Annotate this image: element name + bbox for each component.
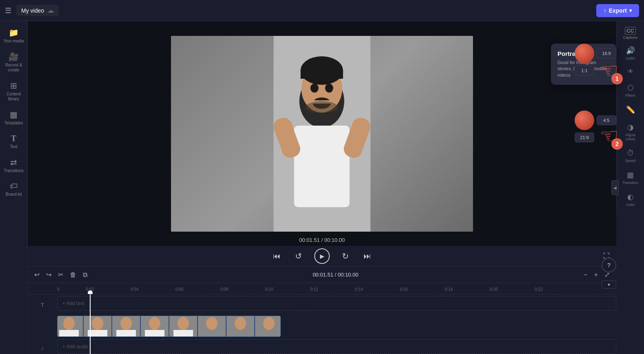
skip-to-end-button[interactable]: ⏭	[361, 250, 373, 263]
audio-track-row: ♪ + Add audio	[28, 339, 616, 354]
svg-point-12	[311, 84, 319, 93]
filters-label: Filters	[625, 93, 635, 98]
text-track-row: T + Add text	[28, 296, 616, 313]
help-area: ?	[602, 258, 616, 272]
video-clip-1[interactable]	[57, 316, 281, 337]
svg-point-14	[306, 101, 338, 113]
captions-label: Captions	[623, 35, 638, 40]
sidebar-label-your-media: Your media	[3, 39, 24, 44]
timeline-toolbar: ↩ ↪ ✂ 🗑 ⧉ 00:01.51 / 00:10.00 − + ⤢	[28, 267, 616, 283]
export-upload-icon: ↑	[604, 7, 606, 14]
svg-rect-17	[59, 330, 79, 336]
svg-point-31	[206, 317, 218, 330]
video-track-row	[28, 315, 616, 338]
sidebar-item-record-create[interactable]: 🎥 Record &create	[2, 49, 26, 76]
delete-button[interactable]: 🗑	[68, 270, 78, 280]
text-track-content[interactable]: + Add text	[57, 296, 616, 313]
video-canvas	[171, 36, 473, 232]
right-item-audio[interactable]: 🔊 Audio	[618, 43, 643, 64]
right-item-video[interactable]: 👁	[618, 65, 643, 79]
sidebar-item-transitions[interactable]: ⇄ Transitions	[2, 154, 26, 177]
duplicate-button[interactable]: ⧉	[81, 270, 89, 280]
sidebar-item-templates[interactable]: ▦ Templates	[2, 106, 26, 129]
sidebar-label-transitions: Transitions	[4, 168, 24, 173]
svg-rect-29	[173, 330, 193, 336]
collapse-right-panel-button[interactable]: ◀	[611, 180, 619, 195]
chevron-down-icon[interactable]: ▾	[602, 281, 616, 289]
right-item-captions[interactable]: CC Captions	[618, 24, 643, 42]
ar-pill-1-1[interactable]: 1:1	[575, 66, 594, 75]
cut-button[interactable]: ✂	[56, 269, 65, 280]
right-panel: CC Captions 🔊 Audio 👁 ⬡ Filters ✏️	[616, 21, 644, 214]
adjust-colors-label: Adjustcolors	[625, 133, 635, 142]
fast-forward-button[interactable]: ↻	[340, 249, 351, 263]
export-button[interactable]: ↑ Export ▾	[596, 4, 639, 17]
thumb-7	[227, 316, 254, 336]
text-track-label: T	[28, 302, 57, 308]
add-text-track[interactable]: + Add text	[57, 296, 616, 311]
rewind-button[interactable]: ↺	[293, 249, 304, 263]
svg-point-37	[263, 317, 275, 330]
speed-icon: ⏱	[627, 149, 634, 157]
svg-point-9	[352, 119, 367, 132]
captions-icon: CC	[625, 27, 636, 35]
undo-button[interactable]: ↩	[33, 269, 41, 280]
audio-icon: 🔊	[626, 46, 635, 55]
cloud-save-icon: ☁	[47, 7, 54, 14]
add-audio-track[interactable]: + Add audio	[57, 339, 616, 354]
menu-icon[interactable]: ☰	[5, 6, 11, 15]
ar-circle-4-5[interactable]	[575, 111, 594, 130]
project-title[interactable]: My video	[21, 7, 44, 14]
right-item-color[interactable]: ◐ Color	[618, 189, 643, 210]
right-item-filters[interactable]: ⬡ Filters	[618, 80, 643, 101]
audio-track-type-icon: ♪	[41, 345, 44, 351]
audio-label: Audio	[626, 56, 635, 61]
zoom-in-button[interactable]: +	[593, 270, 600, 280]
redo-button[interactable]: ↪	[44, 269, 53, 280]
video-track-content	[57, 315, 616, 338]
audio-track-content[interactable]: + Add audio	[57, 339, 616, 354]
svg-rect-5	[294, 126, 350, 207]
skip-to-start-button[interactable]: ⏮	[271, 250, 283, 263]
right-item-adjust-colors[interactable]: ◑ Adjustcolors	[618, 119, 643, 145]
ruler-mark-4: 0:04	[131, 287, 175, 292]
sidebar-item-your-media[interactable]: 📁 Your media	[2, 24, 26, 47]
zoom-out-button[interactable]: −	[582, 270, 589, 280]
sidebar-item-text[interactable]: T Text	[2, 131, 26, 153]
ar-circle-16-9[interactable]	[575, 44, 594, 63]
text-icon: T	[11, 134, 16, 143]
right-item-effects[interactable]: ✏️	[618, 102, 643, 119]
collapse-arrow[interactable]: ▾	[602, 281, 616, 289]
svg-point-16	[63, 317, 75, 330]
ar-option-16-9: 16:9	[575, 44, 616, 63]
ar-option-21-9: 21:9	[575, 133, 616, 142]
ar-option-1-1: 1:1	[575, 66, 616, 75]
text-track-type-icon: T	[41, 302, 44, 308]
play-button[interactable]: ▶	[314, 248, 330, 264]
ar-pill-4-5[interactable]: 4:5	[597, 115, 616, 125]
playhead-line	[90, 294, 91, 354]
svg-point-8	[278, 119, 293, 132]
help-button[interactable]: ?	[602, 258, 616, 272]
sidebar-label-content-library: Contentlibrary	[7, 92, 21, 102]
thumb-8	[255, 316, 281, 336]
center-area: 00:01.51 / 00:10.00 ⏮ ↺ ▶ ↻ ⏭ ⛶ ↩ ↪ ✂ 🗑 …	[28, 21, 616, 354]
ruler-mark-12: 0:12	[310, 287, 355, 292]
playhead-indicator[interactable]	[88, 290, 93, 294]
right-item-transition[interactable]: ▦ Transition	[618, 167, 643, 188]
svg-point-19	[92, 317, 103, 330]
transitions-icon: ⇄	[10, 157, 17, 167]
svg-rect-20	[88, 330, 107, 336]
sidebar-label-record-create: Record &create	[5, 63, 22, 73]
preview-area	[28, 21, 616, 246]
right-item-speed[interactable]: ⏱ Speed	[618, 146, 643, 166]
ar-pill-16-9[interactable]: 16:9	[597, 49, 616, 58]
add-audio-label: + Add audio	[62, 344, 89, 350]
svg-point-28	[178, 317, 189, 330]
add-text-label: + Add text	[62, 301, 84, 306]
export-dropdown-arrow: ▾	[629, 8, 632, 13]
adjust-colors-icon: ◑	[627, 123, 634, 132]
ar-pill-21-9[interactable]: 21:9	[575, 133, 594, 142]
sidebar-item-brand-kit[interactable]: 🏷 Brand kit	[2, 178, 26, 200]
sidebar-item-content-library[interactable]: ⊞ Contentlibrary	[2, 77, 26, 105]
